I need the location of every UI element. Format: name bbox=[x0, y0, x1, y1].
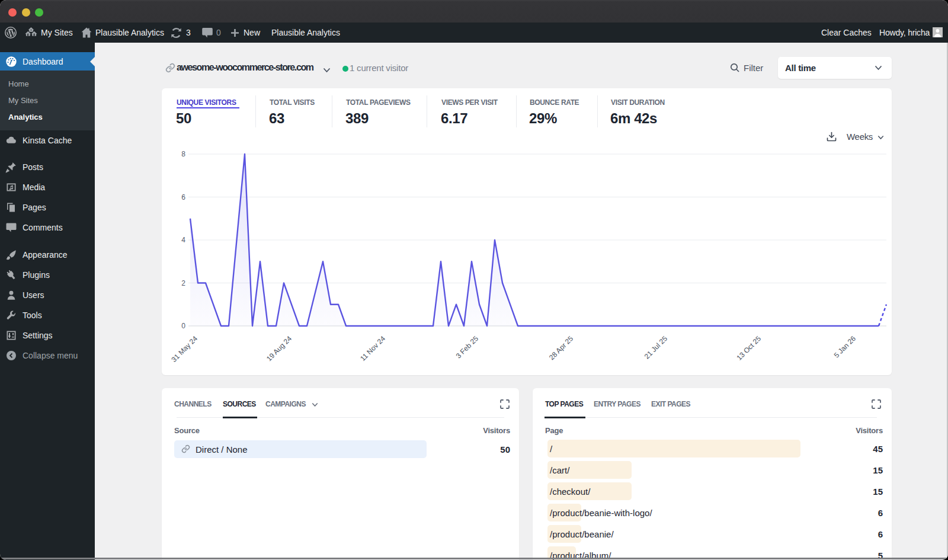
svg-text:28 Apr 25: 28 Apr 25 bbox=[547, 334, 575, 361]
svg-text:31 May 24: 31 May 24 bbox=[170, 334, 200, 364]
svg-text:0: 0 bbox=[181, 322, 185, 330]
svg-text:21 Jul 25: 21 Jul 25 bbox=[643, 334, 670, 361]
svg-text:13 Oct 25: 13 Oct 25 bbox=[735, 334, 763, 362]
svg-text:8: 8 bbox=[181, 150, 185, 158]
svg-text:19 Aug 24: 19 Aug 24 bbox=[265, 334, 293, 363]
svg-text:5 Jan 26: 5 Jan 26 bbox=[832, 334, 858, 360]
svg-text:11 Nov 24: 11 Nov 24 bbox=[358, 334, 387, 363]
svg-text:2: 2 bbox=[181, 279, 185, 287]
svg-text:3 Feb 25: 3 Feb 25 bbox=[454, 334, 481, 360]
svg-text:6: 6 bbox=[181, 193, 185, 201]
svg-text:4: 4 bbox=[181, 236, 185, 244]
